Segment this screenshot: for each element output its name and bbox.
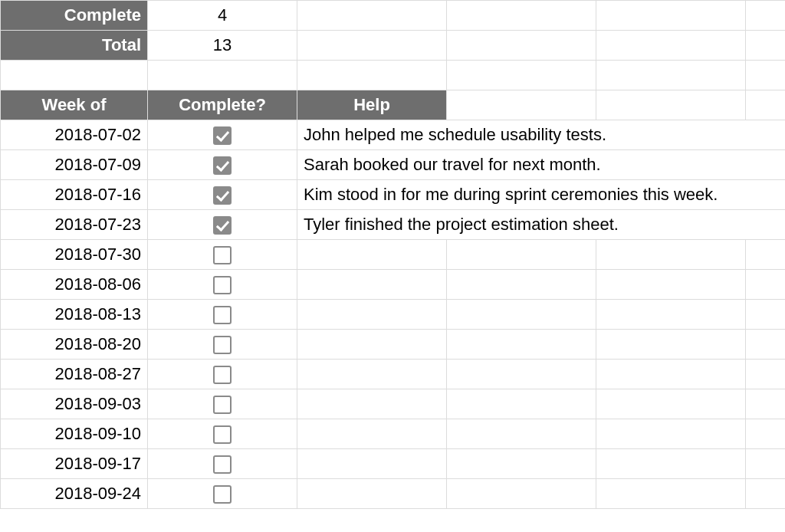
summary-complete-value[interactable]: 4 — [148, 1, 297, 31]
help-cell[interactable] — [297, 449, 447, 479]
help-cell[interactable]: Sarah booked our travel for next month. — [297, 150, 786, 180]
week-cell[interactable]: 2018-08-20 — [1, 330, 148, 360]
help-cell[interactable] — [297, 270, 447, 300]
empty-cell[interactable] — [447, 419, 596, 449]
checkbox-checked-icon[interactable] — [213, 216, 232, 235]
week-cell[interactable]: 2018-08-27 — [1, 360, 148, 389]
week-cell[interactable]: 2018-07-30 — [1, 240, 148, 270]
week-cell[interactable]: 2018-07-02 — [1, 120, 148, 150]
empty-cell[interactable] — [447, 300, 596, 330]
complete-cell[interactable] — [148, 449, 297, 479]
empty-cell[interactable] — [447, 479, 596, 509]
help-cell[interactable] — [297, 479, 447, 509]
week-cell[interactable]: 2018-08-06 — [1, 270, 148, 300]
summary-total-label[interactable]: Total — [1, 31, 148, 61]
empty-cell[interactable] — [746, 389, 786, 419]
complete-cell[interactable] — [148, 330, 297, 360]
empty-cell[interactable] — [596, 300, 746, 330]
spreadsheet-table[interactable]: Complete 4 Total 13 Week of Complete? — [0, 0, 785, 509]
empty-cell[interactable] — [746, 1, 786, 31]
checkbox-unchecked-icon[interactable] — [213, 485, 232, 504]
week-cell[interactable]: 2018-07-16 — [1, 180, 148, 210]
empty-cell[interactable] — [596, 389, 746, 419]
checkbox-unchecked-icon[interactable] — [213, 306, 232, 324]
empty-cell[interactable] — [596, 479, 746, 509]
complete-cell[interactable] — [148, 180, 297, 210]
help-cell[interactable]: John helped me schedule usability tests. — [297, 120, 786, 150]
empty-cell[interactable] — [746, 240, 786, 270]
help-cell[interactable] — [297, 330, 447, 360]
help-cell[interactable] — [297, 389, 447, 419]
empty-cell[interactable] — [746, 479, 786, 509]
checkbox-unchecked-icon[interactable] — [213, 396, 232, 414]
complete-cell[interactable] — [148, 300, 297, 330]
empty-cell[interactable] — [746, 300, 786, 330]
empty-cell[interactable] — [447, 31, 596, 61]
empty-cell[interactable] — [596, 330, 746, 360]
empty-cell[interactable] — [596, 90, 746, 120]
complete-cell[interactable] — [148, 419, 297, 449]
help-cell[interactable]: Kim stood in for me during sprint ceremo… — [297, 180, 786, 210]
help-cell[interactable] — [297, 300, 447, 330]
complete-cell[interactable] — [148, 120, 297, 150]
empty-cell[interactable] — [746, 61, 786, 90]
empty-cell[interactable] — [148, 61, 297, 90]
complete-cell[interactable] — [148, 240, 297, 270]
empty-cell[interactable] — [447, 270, 596, 300]
checkbox-checked-icon[interactable] — [213, 126, 232, 145]
complete-cell[interactable] — [148, 389, 297, 419]
empty-cell[interactable] — [746, 419, 786, 449]
week-cell[interactable]: 2018-09-17 — [1, 449, 148, 479]
complete-cell[interactable] — [148, 150, 297, 180]
header-week[interactable]: Week of — [1, 90, 148, 120]
empty-cell[interactable] — [596, 449, 746, 479]
empty-cell[interactable] — [297, 1, 447, 31]
week-cell[interactable]: 2018-08-13 — [1, 300, 148, 330]
empty-cell[interactable] — [447, 90, 596, 120]
header-complete[interactable]: Complete? — [148, 90, 297, 120]
empty-cell[interactable] — [746, 360, 786, 389]
checkbox-unchecked-icon[interactable] — [213, 425, 232, 444]
empty-cell[interactable] — [297, 61, 447, 90]
empty-cell[interactable] — [596, 360, 746, 389]
week-cell[interactable]: 2018-09-03 — [1, 389, 148, 419]
checkbox-unchecked-icon[interactable] — [213, 246, 232, 264]
week-cell[interactable]: 2018-09-24 — [1, 479, 148, 509]
empty-cell[interactable] — [447, 330, 596, 360]
checkbox-unchecked-icon[interactable] — [213, 276, 232, 294]
empty-cell[interactable] — [297, 31, 447, 61]
help-cell[interactable] — [297, 240, 447, 270]
checkbox-unchecked-icon[interactable] — [213, 366, 232, 384]
complete-cell[interactable] — [148, 479, 297, 509]
week-cell[interactable]: 2018-07-23 — [1, 210, 148, 240]
checkbox-checked-icon[interactable] — [213, 156, 232, 175]
header-help[interactable]: Help — [297, 90, 447, 120]
checkbox-unchecked-icon[interactable] — [213, 455, 232, 474]
empty-cell[interactable] — [596, 61, 746, 90]
empty-cell[interactable] — [1, 61, 148, 90]
empty-cell[interactable] — [596, 31, 746, 61]
help-cell[interactable] — [297, 360, 447, 389]
empty-cell[interactable] — [447, 389, 596, 419]
week-cell[interactable]: 2018-09-10 — [1, 419, 148, 449]
empty-cell[interactable] — [746, 31, 786, 61]
week-cell[interactable]: 2018-07-09 — [1, 150, 148, 180]
complete-cell[interactable] — [148, 270, 297, 300]
summary-complete-label[interactable]: Complete — [1, 1, 148, 31]
help-cell[interactable]: Tyler finished the project estimation sh… — [297, 210, 786, 240]
checkbox-checked-icon[interactable] — [213, 186, 232, 205]
empty-cell[interactable] — [447, 61, 596, 90]
empty-cell[interactable] — [447, 449, 596, 479]
empty-cell[interactable] — [596, 240, 746, 270]
complete-cell[interactable] — [148, 360, 297, 389]
empty-cell[interactable] — [596, 1, 746, 31]
empty-cell[interactable] — [447, 1, 596, 31]
empty-cell[interactable] — [746, 449, 786, 479]
empty-cell[interactable] — [746, 330, 786, 360]
empty-cell[interactable] — [447, 360, 596, 389]
empty-cell[interactable] — [746, 270, 786, 300]
complete-cell[interactable] — [148, 210, 297, 240]
checkbox-unchecked-icon[interactable] — [213, 336, 232, 354]
empty-cell[interactable] — [746, 90, 786, 120]
empty-cell[interactable] — [596, 419, 746, 449]
